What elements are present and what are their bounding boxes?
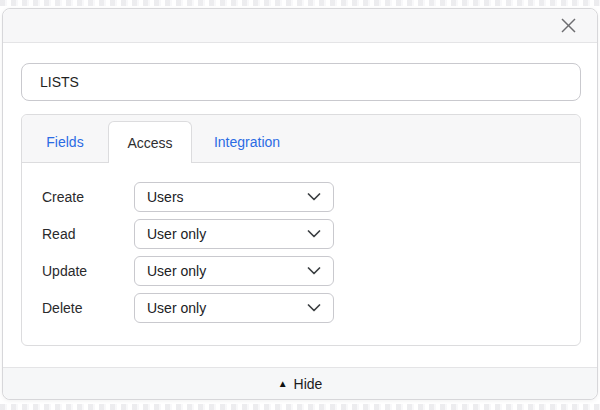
triangle-up-icon: ▲ [278,379,288,389]
table-name-input[interactable] [21,63,581,101]
select-value: User only [147,300,206,316]
tab-strip: Fields Access Integration [22,115,580,163]
dialog-header [3,9,597,43]
tab-integration[interactable]: Integration [192,121,302,162]
permission-row-read: Read User only [42,219,580,249]
close-button[interactable] [557,15,579,37]
tab-fields[interactable]: Fields [22,121,108,162]
read-permission-select[interactable]: User only [134,219,334,249]
tab-access-label: Access [127,135,172,151]
permission-row-create: Create Users [42,182,580,212]
chevron-down-icon [307,304,321,312]
permission-label: Read [42,226,134,242]
create-permission-select[interactable]: Users [134,182,334,212]
permission-row-update: Update User only [42,256,580,286]
background-grid-bottom [0,404,600,410]
settings-card: Fields Access Integration Create Users [21,114,581,346]
select-value: User only [147,226,206,242]
permission-label: Create [42,189,134,205]
edit-table-dialog: Fields Access Integration Create Users [2,8,598,400]
chevron-down-icon [307,193,321,201]
select-value: User only [147,263,206,279]
permission-label: Update [42,263,134,279]
select-value: Users [147,189,184,205]
tab-integration-label: Integration [214,134,280,150]
permission-label: Delete [42,300,134,316]
dialog-body: Fields Access Integration Create Users [3,43,597,367]
tab-fields-label: Fields [46,134,83,150]
tab-access[interactable]: Access [108,121,192,163]
close-icon [560,17,577,34]
delete-permission-select[interactable]: User only [134,293,334,323]
hide-button-label: Hide [294,376,323,392]
permission-row-delete: Delete User only [42,293,580,323]
hide-button[interactable]: ▲ Hide [3,367,597,399]
chevron-down-icon [307,267,321,275]
chevron-down-icon [307,230,321,238]
access-tab-panel: Create Users Read User only [22,163,580,323]
update-permission-select[interactable]: User only [134,256,334,286]
background-grid-top [0,0,600,6]
